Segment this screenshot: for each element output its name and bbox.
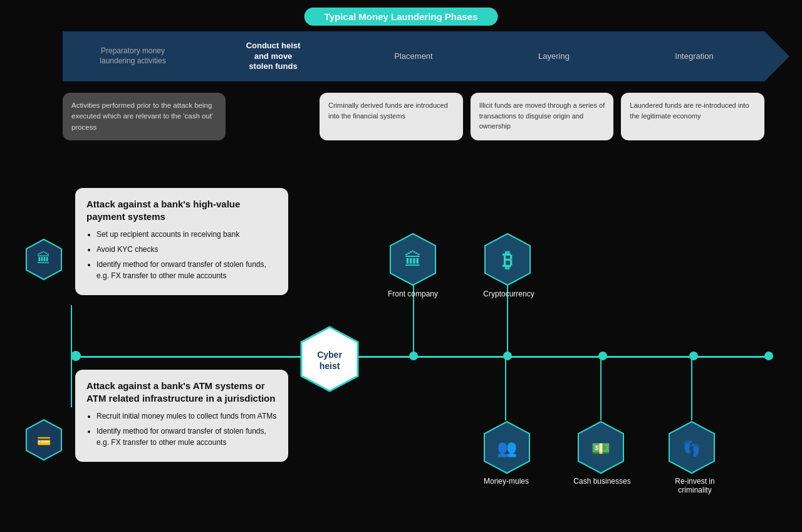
phase-conduct: Conduct heistand movestolen funds [203,41,343,73]
reinvest-label: Re-invest incriminality [661,477,729,494]
money-mules-label: Money-mules [478,477,534,486]
left-connector-line [71,356,299,358]
attack-atm-list: Recruit initial money mules to collect f… [86,410,277,448]
cyber-heist-text: Cyberheist [317,350,342,371]
attack-bank-box: Attack against a bank's high-value payme… [75,188,288,295]
phase-layering: Layering [484,51,624,62]
phase-arrow-container: Preparatory moneylaundering activities C… [63,31,789,81]
front-company-label: Front company [387,289,439,298]
timeline-line [298,356,771,358]
desc-layering: Illicit funds are moved through a series… [471,93,614,140]
svg-text:💳: 💳 [37,434,51,448]
attack-atm-item-1: Recruit initial money mules to collect f… [96,410,277,422]
vert-line-reinvest [691,358,692,420]
desc-prep: Activities performed prior to the attack… [63,93,226,140]
svg-text:₿: ₿ [503,249,513,271]
svg-text:👣: 👣 [682,439,701,457]
desc-prep-text: Activities performed prior to the attack… [71,102,213,131]
desc-integration: Laundered funds are re-introduced into t… [621,93,764,140]
svg-text:👥: 👥 [497,438,518,458]
phase-integration: Integration [624,51,764,62]
attack-bank-item-1: Set up recipient accounts in receiving b… [96,229,277,240]
timeline-dot-end [764,352,773,360]
desc-group: Criminally derived funds are introduced … [320,93,764,140]
desc-integration-text: Laundered funds are re-introduced into t… [630,102,749,120]
banner-text: Typical Money Laundering Phases [325,11,478,22]
cyber-heist-label: Cyberheist [317,349,342,372]
cyber-heist-hex: Cyberheist [299,325,360,395]
attack-bank-item-2: Avoid KYC checks [96,244,277,255]
svg-text:💵: 💵 [591,439,610,457]
vert-connect-bottom [71,356,72,407]
svg-text:🏛: 🏛 [404,250,422,269]
svg-text:🏛: 🏛 [37,251,51,266]
desc-placement: Criminally derived funds are introduced … [320,93,463,140]
attack-bank-title: Attack against a bank's high-value payme… [86,198,277,222]
top-banner: Typical Money Laundering Phases [305,8,498,26]
attack-atm-box: Attack against a bank's ATM systems or A… [75,370,288,462]
reinvest-icon: 👣 [667,420,716,477]
cash-businesses-label: Cash businesses [571,477,633,486]
money-mules-icon: 👥 [482,420,531,477]
vert-connect-top [71,305,72,356]
atm-hex-icon: 💳 [25,419,63,464]
phase-prep: Preparatory moneylaundering activities [63,46,203,66]
vert-line-money-mules [505,358,506,420]
attack-atm-item-2: Identify method for onward transfer of s… [96,425,277,448]
vert-line-cash [600,358,602,420]
attack-atm-title: Attack against a bank's ATM systems or A… [86,380,277,404]
description-row: Activities performed prior to the attack… [63,93,764,140]
bank-hex-icon: 🏛 [25,238,63,283]
attack-bank-list: Set up recipient accounts in receiving b… [86,229,277,281]
cash-businesses-icon: 💵 [576,420,625,477]
crypto-label: Cryptocurrency [483,289,534,298]
phase-placement: Placement [343,51,484,62]
attack-bank-item-3: Identify method for onward transfer of s… [96,259,277,281]
desc-layering-text: Illicit funds are moved through a series… [479,102,605,130]
desc-placement-text: Criminally derived funds are introduced … [328,102,448,120]
crypto-icon: ₿ [483,232,532,289]
front-company-icon: 🏛 [388,232,437,289]
phase-labels: Preparatory moneylaundering activities C… [63,31,764,81]
